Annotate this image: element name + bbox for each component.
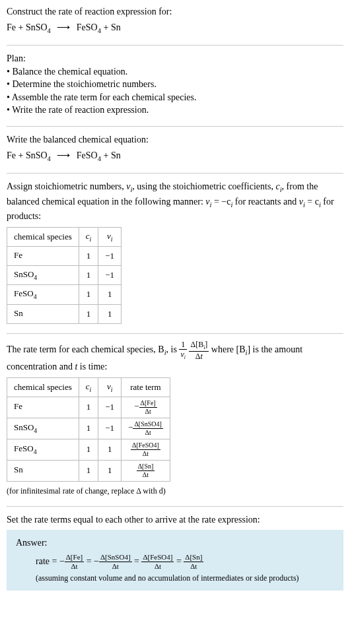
- cell-rate: Δ[FeSO4]Δt: [122, 439, 170, 460]
- table-row: Fe 1 −1: [7, 246, 122, 265]
- species: Fe: [14, 250, 22, 260]
- sub: i: [111, 235, 113, 242]
- den: νi: [179, 350, 187, 360]
- fraction: Δ[Bi]Δt: [189, 340, 209, 360]
- cell-species: SnSO4: [7, 418, 79, 439]
- num: Δ[Fe]: [65, 554, 84, 562]
- t: t: [201, 352, 203, 361]
- cell-nu: 1: [98, 285, 122, 304]
- cell-species: Fe: [7, 246, 79, 265]
- col-species: chemical species: [7, 377, 79, 397]
- eq: =: [174, 556, 184, 566]
- prompt-equation: Fe + SnSO4 ⟶ FeSO4 + Sn: [7, 21, 343, 36]
- species: SnSO: [14, 269, 34, 279]
- plan-title: Plan:: [7, 52, 343, 65]
- neg: −: [128, 422, 133, 432]
- cell-c: 1: [79, 397, 98, 418]
- stoich-section: Assign stoichiometric numbers, νi, using…: [7, 180, 343, 324]
- answer-box: Answer: rate = −Δ[Fe]Δt = −Δ[SnSO4]Δt = …: [7, 530, 343, 590]
- table-row: Fe 1 −1 −Δ[Fe]Δt: [7, 397, 170, 418]
- rateterm-note: (for infinitesimal rate of change, repla…: [7, 486, 343, 497]
- fraction: Δ[FeSO4]Δt: [141, 554, 174, 570]
- rateterm-section: The rate term for each chemical species,…: [7, 340, 343, 497]
- text: Δ[B: [190, 340, 203, 349]
- sub: i: [90, 385, 92, 393]
- prompt-section: Construct the rate of reaction expressio…: [7, 5, 343, 36]
- cell-rate: −Δ[Fe]Δt: [122, 397, 170, 418]
- divider: [7, 506, 343, 507]
- eq-left: Fe + SnSO: [7, 22, 48, 32]
- cell-species: Sn: [7, 460, 79, 481]
- cell-rate: Δ[Sn]Δt: [122, 460, 170, 481]
- cell-species: SnSO4: [7, 266, 79, 285]
- fraction: Δ[Sn]Δt: [137, 463, 155, 478]
- final-title: Set the rate terms equal to each other t…: [7, 513, 343, 527]
- divider: [7, 333, 343, 334]
- species: Sn: [14, 465, 23, 474]
- sub: 4: [34, 274, 37, 281]
- neg: −: [134, 401, 139, 411]
- fraction: Δ[Fe]Δt: [139, 400, 157, 415]
- plan-section: Plan: • Balance the chemical equation. •…: [7, 52, 343, 117]
- table-row: Sn 1 1: [7, 304, 122, 323]
- fraction: Δ[Fe]Δt: [65, 554, 84, 570]
- cell-c: 1: [79, 460, 98, 481]
- fraction: Δ[SnSO4]Δt: [133, 421, 162, 436]
- num: 1: [179, 340, 187, 350]
- den: Δt: [131, 450, 160, 457]
- col-nu: νi: [98, 227, 122, 246]
- answer-note: (assuming constant volume and no accumul…: [36, 573, 334, 584]
- cell-c: 1: [79, 266, 98, 285]
- num: Δ[Sn]: [184, 554, 203, 562]
- den: Δt: [141, 562, 174, 570]
- divider: [7, 173, 343, 174]
- col-c: ci: [79, 227, 98, 246]
- species: FeSO: [14, 288, 34, 298]
- divider: [7, 126, 343, 127]
- num: Δ[SnSO4]: [133, 421, 162, 429]
- rateterm-table: chemical species ci νi rate term Fe 1 −1…: [7, 377, 170, 482]
- final-section: Set the rate terms equal to each other t…: [7, 513, 343, 591]
- eq-sub: 4: [48, 154, 51, 162]
- cell-c: 1: [79, 304, 98, 323]
- species: Sn: [14, 308, 23, 318]
- balanced-equation: Fe + SnSO4 ⟶ FeSO4 + Sn: [7, 149, 343, 164]
- den: Δt: [133, 429, 162, 436]
- table-row: FeSO4 1 1: [7, 285, 122, 304]
- rate-text: rate = −: [36, 556, 65, 566]
- num: Δ[FeSO4]: [131, 442, 160, 450]
- text: , using the stoichiometric coefficients,: [132, 181, 275, 191]
- col-rate: rate term: [122, 377, 170, 397]
- cell-c: 1: [79, 246, 98, 265]
- sub: i: [90, 235, 92, 242]
- num: Δ[Fe]: [139, 400, 157, 408]
- fraction: Δ[Sn]Δt: [184, 554, 203, 570]
- num: Δ[FeSO4]: [141, 554, 174, 562]
- table-row: Sn 1 1 Δ[Sn]Δt: [7, 460, 170, 481]
- cell-species: Fe: [7, 397, 79, 418]
- num: Δ[Bi]: [189, 340, 209, 352]
- arrow-icon: ⟶: [57, 150, 70, 160]
- cell-nu: −1: [98, 246, 122, 265]
- den: Δt: [137, 471, 155, 478]
- eq: =: [132, 556, 142, 566]
- text: = c: [305, 197, 319, 207]
- col-c: ci: [79, 377, 98, 397]
- plan-bullet: • Balance the chemical equation.: [7, 65, 343, 79]
- fraction: Δ[SnSO4]Δt: [99, 554, 132, 570]
- cell-species: Sn: [7, 304, 79, 323]
- sub: 4: [34, 293, 37, 300]
- cell-nu: 1: [98, 460, 122, 481]
- species: Fe: [14, 401, 22, 411]
- stoich-table: chemical species ci νi Fe 1 −1 SnSO4 1 −…: [7, 227, 122, 324]
- fraction: Δ[FeSO4]Δt: [131, 442, 160, 457]
- table-header-row: chemical species ci νi: [7, 227, 122, 246]
- num: Δ[Sn]: [137, 463, 155, 471]
- cell-nu: 1: [98, 304, 122, 323]
- cell-c: 1: [79, 285, 98, 304]
- plan-bullet: • Assemble the rate term for each chemic…: [7, 91, 343, 104]
- prompt-text: Construct the rate of reaction expressio…: [7, 5, 343, 18]
- cell-rate: −Δ[SnSO4]Δt: [122, 418, 170, 439]
- balanced-title: Write the balanced chemical equation:: [7, 133, 343, 146]
- cell-c: 1: [79, 439, 98, 460]
